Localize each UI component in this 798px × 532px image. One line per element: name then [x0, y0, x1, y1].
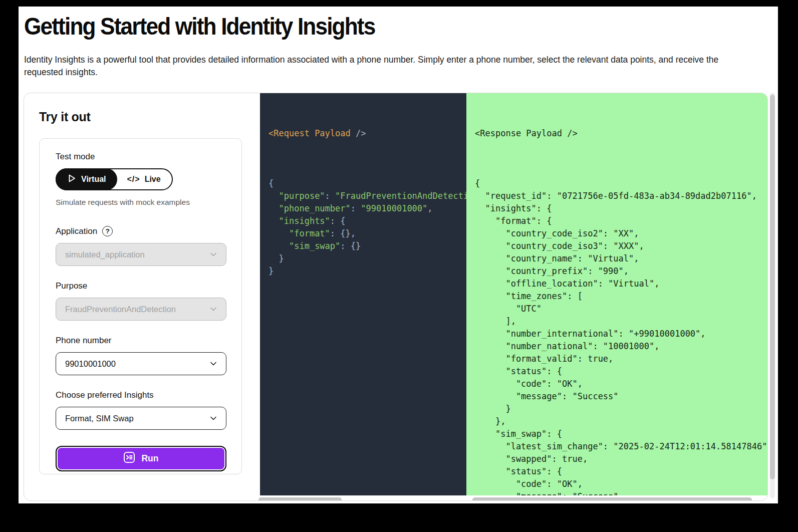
help-icon[interactable]: ?	[102, 226, 113, 236]
code-line: "sim_swap": {}	[269, 240, 466, 252]
application-select[interactable]: simulated_application	[56, 243, 226, 266]
intro-paragraph: Identity Insights is a powerful tool tha…	[24, 54, 756, 79]
code-line: {	[269, 177, 466, 190]
toggle-option-virtual[interactable]: Virtual	[56, 168, 117, 190]
purpose-label: Purpose	[56, 281, 225, 291]
code-line: "country_name": "Virtual",	[475, 252, 768, 265]
phone-number-value: 99010001000	[65, 359, 116, 369]
code-line: "swapped": true,	[475, 453, 768, 465]
test-mode-label: Test mode	[56, 152, 225, 162]
page-title: Getting Started with Identity Insights	[24, 13, 375, 40]
response-payload-panel: <Response Payload /> { "request_id": "07…	[466, 93, 768, 495]
header-close-bracket: />	[351, 128, 366, 138]
application-label-text: Application	[56, 226, 97, 236]
code-line: "insights": {	[475, 202, 768, 215]
purpose-select-value: FraudPreventionAndDetection	[65, 305, 176, 314]
code-line: "phone_number": "99010001000",	[269, 202, 466, 215]
code-line: ],	[475, 315, 768, 328]
chevron-down-icon	[209, 250, 218, 259]
code-line: "status": {	[475, 465, 768, 478]
code-line: "message": "Success"	[475, 390, 768, 403]
run-button[interactable]: Run	[58, 448, 224, 469]
code-icon: </>	[127, 175, 140, 184]
code-line: "time_zones": [	[475, 290, 768, 303]
code-line: "request_id": "0721756e-05fd-483a-ab34-8…	[475, 190, 768, 202]
code-line: "country_code_iso3": "XXX",	[475, 240, 768, 252]
header-close-bracket: />	[562, 128, 578, 138]
code-line: "format_valid": true,	[475, 353, 768, 365]
chevron-down-icon	[209, 359, 218, 368]
code-line: }	[269, 265, 466, 278]
request-payload-code: { "purpose": "FraudPreventionAndDetectio…	[269, 177, 466, 278]
request-payload-panel: <Request Payload /> { "purpose": "FraudP…	[260, 93, 466, 495]
code-line: "country_code_iso2": "XX",	[475, 227, 768, 240]
code-line: "purpose": "FraudPreventionAndDetection"…	[269, 190, 466, 202]
chevron-down-icon	[209, 305, 218, 314]
response-payload-code: { "request_id": "0721756e-05fd-483a-ab34…	[475, 177, 768, 495]
tryout-heading: Try it out	[39, 110, 260, 124]
code-line: "status": {	[475, 365, 768, 378]
code-line: "insights": {	[269, 215, 466, 227]
header-open-bracket: <	[269, 128, 274, 138]
code-line: "sim_swap": {	[475, 428, 768, 440]
insights-select[interactable]: Format, SIM Swap	[56, 407, 226, 430]
toggle-virtual-label: Virtual	[81, 175, 106, 184]
toggle-live-label: Live	[145, 175, 161, 184]
application-select-value: simulated_application	[65, 250, 145, 259]
play-icon	[67, 173, 77, 185]
form-column: Try it out Test mode Virtual </> Live	[24, 93, 260, 500]
code-line: "code": "OK",	[475, 478, 768, 490]
test-mode-toggle[interactable]: Virtual </> Live	[56, 168, 173, 190]
insights-select-value: Format, SIM Swap	[65, 414, 134, 423]
application-label: Application ?	[56, 226, 225, 236]
response-payload-title: Response Payload	[480, 128, 562, 138]
code-line: "message": "Success"	[475, 490, 768, 495]
code-line: }	[475, 403, 768, 415]
request-hscrollbar-thumb[interactable]	[258, 497, 342, 501]
code-line: "latest_sim_change": "2025-02-24T12:01:1…	[475, 440, 768, 453]
request-payload-title: Request Payload	[274, 128, 351, 138]
purpose-select[interactable]: FraudPreventionAndDetection	[56, 298, 226, 321]
test-mode-caption: Simulate requests with mock examples	[56, 198, 225, 207]
page: Getting Started with Identity Insights I…	[19, 7, 778, 503]
run-button-outline: Run	[56, 446, 226, 471]
code-line: "UTC"	[475, 303, 768, 315]
try-it-out-section: Try it out Test mode Virtual </> Live	[24, 93, 768, 501]
phone-number-label: Phone number	[56, 336, 225, 346]
terminal-icon	[123, 451, 135, 466]
chevron-down-icon	[209, 414, 218, 423]
code-line: "number_international": "+99010001000",	[475, 328, 768, 340]
code-line: "code": "OK",	[475, 378, 768, 390]
code-line: },	[475, 415, 768, 428]
code-line: "offline_location": "Virtual",	[475, 278, 768, 290]
insights-label: Choose preferred Insights	[56, 390, 225, 400]
form-card: Test mode Virtual </> Live Simulate requ…	[39, 138, 242, 474]
run-button-label: Run	[141, 453, 158, 464]
phone-number-select[interactable]: 99010001000	[56, 352, 226, 375]
vertical-scrollbar-track[interactable]	[770, 93, 775, 498]
vertical-scrollbar-thumb[interactable]	[770, 95, 775, 479]
code-line: "country_prefix": "990",	[475, 265, 768, 278]
response-payload-header: <Response Payload />	[475, 127, 768, 140]
toggle-option-live[interactable]: </> Live	[116, 169, 172, 189]
response-hscrollbar-thumb[interactable]	[472, 497, 752, 501]
code-line: "format": {	[475, 215, 768, 227]
request-payload-header: <Request Payload />	[269, 127, 466, 140]
code-line: "number_national": "10001000",	[475, 340, 768, 353]
header-open-bracket: <	[475, 128, 480, 138]
code-line: }	[269, 252, 466, 265]
code-line: {	[475, 177, 768, 190]
code-line: "format": {},	[269, 227, 466, 240]
